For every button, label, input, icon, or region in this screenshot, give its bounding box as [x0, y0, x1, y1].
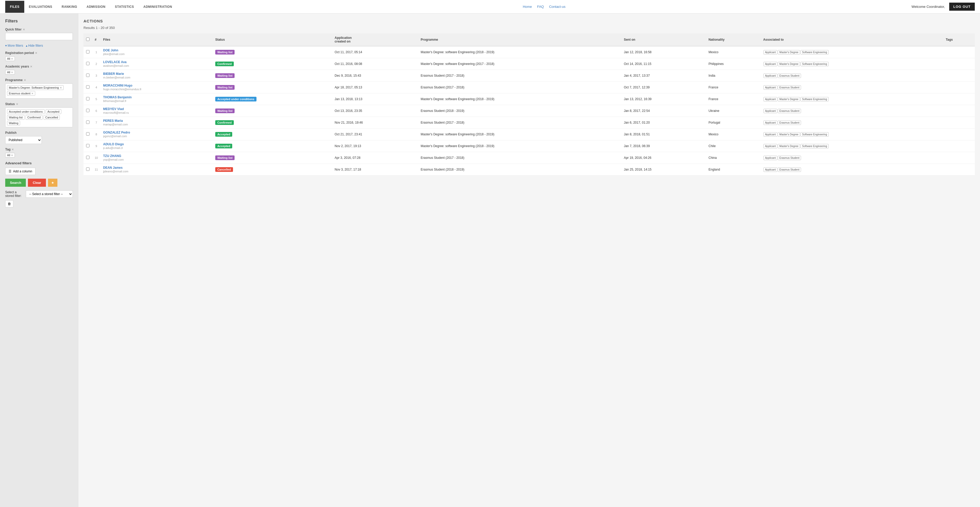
tag-chip-all[interactable]: All ✕ — [5, 153, 15, 157]
trash-button[interactable]: 🗑 — [5, 200, 13, 207]
applicant-name-link[interactable]: DOE John — [103, 49, 210, 52]
registration-period-tag[interactable]: All ✕ — [5, 56, 15, 61]
applicant-email: macrosoft@email.ru — [103, 111, 129, 114]
applicant-email: jjdeano@email.com — [103, 170, 128, 173]
row-checkbox[interactable] — [86, 167, 89, 171]
applicant-name-link[interactable]: PERES Maria — [103, 119, 210, 122]
row-checkbox[interactable] — [86, 73, 89, 77]
row-sent-on: Oct 14, 2016, 11:15 — [621, 58, 706, 70]
row-tags — [943, 152, 975, 164]
row-programme: Erasmus Student (2018 - 2019) — [418, 164, 621, 175]
tag-badge: Erasmus Student — [778, 121, 801, 125]
table-row: 2 LOVELACE Ava avalove@email.com Confirm… — [83, 58, 975, 70]
tag-badge: Erasmus Student — [778, 85, 801, 90]
row-checkbox[interactable] — [86, 144, 89, 147]
programme-label: Programme ✕ — [5, 78, 73, 82]
applicant-name-link[interactable]: MORACCHINI Hugo — [103, 84, 210, 87]
tab-ranking[interactable]: RANKING — [57, 1, 82, 13]
quick-filter-input[interactable] — [5, 33, 73, 40]
tab-evaluations[interactable]: EVALUATIONS — [24, 1, 57, 13]
applicant-name-link[interactable]: ADULO Diego — [103, 142, 210, 146]
tag-badge: Master's Degree — [778, 62, 800, 66]
status-chip-waiting-list[interactable]: Waiting list — [7, 115, 24, 120]
applicant-name-link[interactable]: DEAN James — [103, 166, 210, 170]
hide-filters-link[interactable]: ▴ Hide filters — [26, 44, 43, 48]
tab-administration[interactable]: ADMINISTRATION — [139, 1, 177, 13]
row-programme: Erasmus Student (2017 - 2018) — [418, 117, 621, 129]
search-button[interactable]: Search — [5, 179, 26, 187]
tag-section: Tag ✕ All ✕ — [5, 148, 73, 157]
row-associated-to: ApplicantErasmus Student — [760, 70, 943, 82]
logout-button[interactable]: LOG OUT — [949, 3, 975, 11]
row-files: GONZALEZ Pedro pgonz@email.com — [100, 129, 213, 140]
col-nationality: Nationality — [706, 33, 760, 46]
programme-tag-masters[interactable]: Master's Degree: Software Engineering ✕ — [7, 85, 64, 90]
programme-tag-erasmus[interactable]: Erasmus student ✕ — [7, 91, 35, 96]
row-tags — [943, 70, 975, 82]
tab-files[interactable]: FILES — [5, 1, 24, 13]
row-num: 3 — [92, 70, 100, 82]
row-checkbox-cell — [83, 152, 92, 164]
status-chip-accepted-cond[interactable]: Accepted under conditions — [7, 109, 45, 114]
row-checkbox[interactable] — [86, 62, 89, 65]
status-chip-confirmed[interactable]: Confirmed — [25, 115, 43, 120]
row-tags — [943, 140, 975, 152]
clear-button[interactable]: Clear — [28, 179, 46, 187]
programme-tags: Master's Degree: Software Engineering ✕ — [7, 85, 71, 90]
row-sent-on: Jan 4, 2017, 13:37 — [621, 70, 706, 82]
row-nationality: Portugal — [706, 117, 760, 129]
more-filters-link[interactable]: ▾ More filters — [5, 44, 23, 48]
applicant-name-link[interactable]: MEDYEV Vlad — [103, 107, 210, 111]
tab-admission[interactable]: ADMISSION — [82, 1, 110, 13]
table-row: 1 DOE John jdoe@email.com Waiting list O… — [83, 46, 975, 58]
applicant-name-link[interactable]: BIEBER Marie — [103, 72, 210, 76]
status-clear[interactable]: ✕ — [16, 102, 18, 106]
table-row: 4 MORACCHINI Hugo hugo.moracchini@emundu… — [83, 82, 975, 93]
applicant-name-link[interactable]: TZU ZHANG — [103, 154, 210, 158]
add-column-button[interactable]: ☰ Add a column — [5, 168, 35, 175]
tag-clear[interactable]: ✕ — [11, 148, 14, 151]
row-nationality: Mexico — [706, 129, 760, 140]
row-status: Waiting list — [213, 152, 332, 164]
registration-period-clear[interactable]: ✕ — [35, 51, 37, 55]
programme-clear[interactable]: ✕ — [24, 78, 26, 82]
contact-link[interactable]: Contact-us — [549, 5, 565, 9]
publish-select[interactable]: Published All Not published — [5, 136, 42, 144]
status-badge: Cancelled — [215, 167, 233, 172]
applicant-name-link[interactable]: THOMAS Benjamin — [103, 95, 210, 99]
status-chip-cancelled[interactable]: Cancelled — [44, 115, 60, 120]
stored-filter-select[interactable]: -- Select a stored filter -- — [26, 191, 73, 198]
row-sent-on: Jan 25, 2018, 14:15 — [621, 164, 706, 175]
row-checkbox[interactable] — [86, 97, 89, 100]
home-link[interactable]: Home — [523, 5, 532, 9]
tag-badge: Master's Degree — [778, 97, 800, 102]
publish-label: Publish — [5, 131, 73, 135]
academic-years-section: Academic years ✕ All ✕ — [5, 65, 73, 75]
status-badge: Waiting list — [215, 85, 235, 90]
applicant-name-link[interactable]: GONZALEZ Pedro — [103, 131, 210, 134]
row-checkbox[interactable] — [86, 85, 89, 89]
applicant-name-link[interactable]: LOVELACE Ava — [103, 60, 210, 64]
status-chip-waiting[interactable]: Waiting — [7, 121, 20, 126]
applicant-email: m.bieber@email.com — [103, 76, 130, 79]
select-all-checkbox[interactable] — [86, 38, 89, 41]
row-programme: Master's Degree: software Engineering (2… — [418, 140, 621, 152]
nav-right: Welcome Coordinator, LOG OUT — [912, 3, 975, 11]
status-chip-accepted[interactable]: Accepted — [46, 109, 61, 114]
row-checkbox[interactable] — [86, 132, 89, 136]
row-checkbox[interactable] — [86, 121, 89, 124]
academic-years-tag[interactable]: All ✕ — [5, 70, 15, 75]
faq-link[interactable]: FAQ — [537, 5, 544, 9]
tag-label: Tag ✕ — [5, 148, 73, 151]
row-checkbox[interactable] — [86, 50, 89, 54]
row-checkbox[interactable] — [86, 156, 89, 159]
tag-badge: Applicant — [764, 97, 777, 102]
tag-badge: Applicant — [764, 109, 777, 113]
tab-statistics[interactable]: STATISTICS — [110, 1, 138, 13]
row-checkbox[interactable] — [86, 109, 89, 112]
nav-links: Home FAQ Contact-us — [523, 5, 566, 9]
academic-years-clear[interactable]: ✕ — [30, 65, 32, 68]
quick-filter-clear[interactable]: ✕ — [23, 28, 25, 31]
star-button[interactable]: ★ — [48, 179, 57, 187]
col-programme: Programme — [418, 33, 621, 46]
